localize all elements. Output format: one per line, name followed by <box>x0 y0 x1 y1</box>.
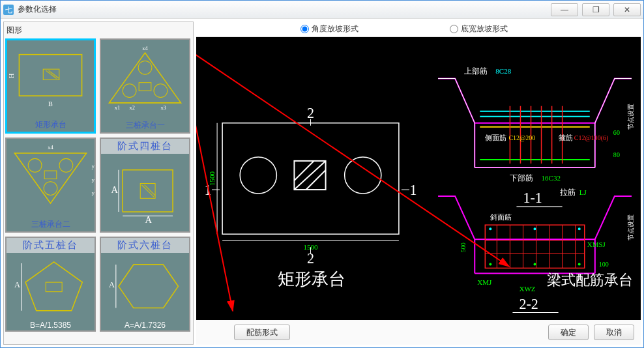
svg-text:节点设置: 节点设置 <box>627 214 634 240</box>
svg-line-26 <box>141 185 154 197</box>
svg-text:XMSJ: XMSJ <box>587 240 606 248</box>
shape-heading: 阶式六桩台 <box>101 238 189 253</box>
svg-text:500: 500 <box>460 242 467 252</box>
slope-mode-row: 角度放坡形式 底宽放坡形式 <box>196 22 641 37</box>
svg-text:上部筋: 上部筋 <box>464 66 488 76</box>
sidebar-heading: 图形 <box>5 23 192 38</box>
svg-text:斜面筋: 斜面筋 <box>490 213 512 221</box>
svg-point-103 <box>578 263 581 265</box>
svg-point-7 <box>123 84 136 98</box>
svg-text:x4: x4 <box>142 46 148 51</box>
shape-sidebar: 图形 B H 矩形承台 <box>3 22 194 345</box>
svg-marker-15 <box>14 153 86 203</box>
shape-rect[interactable]: B H 矩形承台 <box>5 38 96 134</box>
svg-point-9 <box>138 61 152 74</box>
svg-line-45 <box>306 170 325 190</box>
rebar-form-button[interactable]: 配筋形式 <box>234 325 290 340</box>
svg-text:y1: y1 <box>92 164 95 169</box>
shape-step5[interactable]: 阶式五桩台 A B=A/1.5385 <box>5 237 96 332</box>
svg-text:1500: 1500 <box>208 171 216 186</box>
maximize-button[interactable]: ❐ <box>582 3 609 16</box>
radio-angle[interactable]: 角度放坡形式 <box>300 23 359 35</box>
svg-line-27 <box>144 185 155 196</box>
shape-sub: A=A/1.7326 <box>101 319 189 331</box>
svg-text:B: B <box>48 100 53 108</box>
svg-point-98 <box>489 227 491 230</box>
svg-rect-39 <box>222 123 399 235</box>
svg-text:下部筋: 下部筋 <box>510 173 533 182</box>
shape-step4[interactable]: 阶式四桩台 A A <box>100 138 190 233</box>
svg-rect-10 <box>139 83 151 91</box>
svg-text:节点设置: 节点设置 <box>627 104 634 130</box>
svg-marker-36 <box>119 265 178 308</box>
svg-line-44 <box>294 161 314 181</box>
shape-grid: B H 矩形承台 x4 <box>5 38 192 343</box>
svg-text:x3: x3 <box>160 105 166 111</box>
svg-text:80: 80 <box>613 151 620 158</box>
ok-button[interactable]: 确定 <box>548 325 589 340</box>
button-bar: 配筋形式 确定 取消 <box>196 320 641 345</box>
svg-rect-19 <box>44 171 57 179</box>
svg-text:A: A <box>109 280 115 289</box>
shape-caption: 三桩承台二 <box>7 218 95 231</box>
svg-text:1-1: 1-1 <box>523 190 542 206</box>
svg-text:C12@100(6): C12@100(6) <box>574 134 609 142</box>
svg-point-101 <box>489 263 491 265</box>
radio-width-input[interactable] <box>450 25 458 33</box>
svg-point-8 <box>154 84 168 98</box>
svg-text:梁式配筋承台: 梁式配筋承台 <box>547 272 633 288</box>
svg-text:60: 60 <box>613 129 620 136</box>
shape-sub: B=A/1.5385 <box>7 319 95 331</box>
svg-line-3 <box>48 70 59 78</box>
radio-angle-input[interactable] <box>300 25 309 33</box>
svg-text:XMJ: XMJ <box>477 278 492 286</box>
svg-point-18 <box>44 182 57 196</box>
app-icon: 七 <box>3 5 14 15</box>
svg-text:y3: y3 <box>92 190 95 196</box>
svg-point-102 <box>534 263 536 265</box>
close-button[interactable]: ✕ <box>613 3 641 16</box>
svg-text:拉筋: 拉筋 <box>560 188 576 197</box>
svg-text:y2: y2 <box>92 177 95 183</box>
shape-heading: 阶式四桩台 <box>101 139 189 154</box>
minimize-button[interactable]: — <box>551 3 578 16</box>
shape-tri1[interactable]: x4 x1 x2 x3 三桩承台一 <box>100 38 190 134</box>
svg-rect-33 <box>46 282 62 292</box>
cancel-button[interactable]: 取消 <box>594 325 634 340</box>
svg-marker-32 <box>25 262 82 311</box>
radio-width[interactable]: 底宽放坡形式 <box>450 23 508 35</box>
svg-point-41 <box>345 157 381 194</box>
svg-text:x2: x2 <box>130 105 135 111</box>
svg-text:2-2: 2-2 <box>519 296 538 312</box>
svg-text:8C28: 8C28 <box>495 67 511 75</box>
svg-point-99 <box>534 227 536 230</box>
svg-text:2: 2 <box>307 105 314 121</box>
svg-rect-0 <box>19 55 81 96</box>
svg-text:C12@200: C12@200 <box>508 134 535 141</box>
window-title: 参数化选择 <box>18 4 547 15</box>
svg-point-40 <box>240 157 276 194</box>
shape-caption: 矩形承台 <box>7 118 94 132</box>
svg-text:侧面筋: 侧面筋 <box>485 134 506 141</box>
shape-step6[interactable]: 阶式六桩台 A A=A/1.7326 <box>100 237 190 332</box>
svg-point-100 <box>578 227 581 230</box>
svg-text:箍筋: 箍筋 <box>559 134 573 141</box>
svg-text:1: 1 <box>409 182 417 198</box>
radio-width-label: 底宽放坡形式 <box>461 23 508 35</box>
svg-text:A: A <box>111 184 119 195</box>
svg-text:H: H <box>8 73 15 78</box>
svg-line-2 <box>46 70 56 78</box>
svg-point-17 <box>59 158 73 172</box>
shape-caption: 三桩承台一 <box>101 119 189 132</box>
svg-point-16 <box>28 158 42 172</box>
titlebar: 七 参数化选择 — ❐ ✕ <box>1 1 643 19</box>
svg-marker-6 <box>109 53 181 103</box>
svg-text:16C32: 16C32 <box>542 174 561 182</box>
svg-rect-88 <box>485 225 584 268</box>
svg-text:LJ: LJ <box>579 188 587 196</box>
svg-text:XWZ: XWZ <box>519 285 535 293</box>
shape-tri2[interactable]: x4 y1 y2 y3 三桩承台二 <box>5 138 96 233</box>
svg-text:矩形承台: 矩形承台 <box>278 270 345 289</box>
shape-heading: 阶式五桩台 <box>7 238 95 253</box>
drawing-viewer[interactable]: 2 2 1 1 1500 1500 矩形承台 <box>196 37 641 320</box>
